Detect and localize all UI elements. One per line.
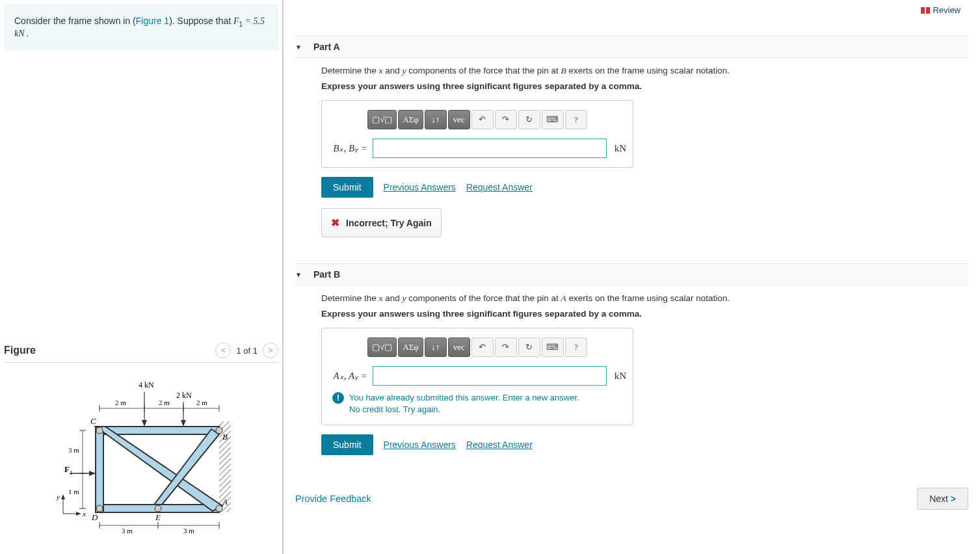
subsuper-button[interactable]: ↓↑ (425, 337, 447, 357)
svg-marker-32 (61, 494, 65, 499)
figure-link[interactable]: Figure 1 (136, 16, 169, 26)
svg-text:3 m: 3 m (183, 527, 194, 534)
problem-statement: Consider the frame shown in (Figure 1). … (4, 4, 278, 51)
svg-text:x: x (82, 510, 86, 518)
svg-point-9 (96, 505, 103, 512)
svg-text:F: F (64, 464, 70, 474)
part-b-title: Part B (313, 269, 340, 280)
figure-diagram: 4 kN 2 kN 2 m 2 m 2 m 3 m 1 m 3 m 3 m C … (4, 363, 278, 551)
svg-marker-34 (76, 512, 81, 516)
svg-text:3 m: 3 m (122, 527, 133, 534)
templates-button[interactable]: ▢√▢ (367, 110, 397, 129)
incorrect-icon: ✖ (331, 217, 339, 229)
svg-text:E: E (155, 512, 161, 522)
figure-prev-button[interactable]: < (215, 343, 231, 358)
svg-text:3 m: 3 m (68, 446, 79, 454)
keyboard-button[interactable]: ⌨ (542, 337, 564, 357)
svg-point-10 (155, 505, 161, 512)
part-b-prompt: Determine the x and y components of the … (321, 293, 942, 304)
part-b-submit-button[interactable]: Submit (321, 434, 373, 455)
templates-button[interactable]: ▢√▢ (367, 337, 397, 357)
svg-text:2 m: 2 m (196, 399, 207, 406)
svg-text:2 m: 2 m (159, 399, 170, 406)
part-a-var-label: Bₓ, Bᵧ = (328, 142, 367, 154)
svg-text:1 m: 1 m (68, 488, 79, 495)
part-a-feedback: ✖ Incorrect; Try Again (321, 208, 442, 237)
svg-text:2 m: 2 m (115, 399, 126, 406)
part-a-answer-box: ▢√▢ ΑΣφ ↓↑ vec ↶ ↷ ↻ ⌨ ? Bₓ, Bᵧ = kN (321, 100, 633, 168)
svg-text:4 kN: 4 kN (139, 380, 154, 389)
redo-button[interactable]: ↷ (495, 337, 517, 357)
svg-marker-13 (142, 420, 147, 427)
redo-button[interactable]: ↷ (495, 110, 517, 129)
symbols-button[interactable]: ΑΣφ (398, 337, 423, 357)
part-a-request-answer-link[interactable]: Request Answer (466, 182, 533, 192)
next-button[interactable]: Next > (917, 488, 968, 510)
book-icon (921, 7, 930, 14)
figure-title: Figure (4, 345, 36, 356)
svg-point-7 (96, 427, 103, 434)
figure-counter: 1 of 1 (236, 346, 258, 356)
svg-marker-22 (89, 471, 96, 476)
part-b-header[interactable]: ▼ Part B (295, 263, 968, 285)
keyboard-button[interactable]: ⌨ (542, 110, 564, 129)
collapse-icon: ▼ (295, 44, 302, 51)
part-b-previous-answers-link[interactable]: Previous Answers (384, 440, 456, 450)
undo-button[interactable]: ↶ (471, 337, 494, 357)
symbols-button[interactable]: ΑΣφ (398, 110, 423, 129)
part-b-unit: kN (612, 371, 626, 382)
vector-button[interactable]: vec (448, 337, 470, 357)
svg-point-8 (216, 427, 222, 434)
svg-point-11 (216, 505, 222, 512)
part-b-answer-box: ▢√▢ ΑΣφ ↓↑ vec ↶ ↷ ↻ ⌨ ? Aₓ, Aᵧ = kN (321, 328, 633, 425)
svg-text:y: y (56, 493, 60, 501)
part-a-previous-answers-link[interactable]: Previous Answers (384, 182, 456, 192)
provide-feedback-link[interactable]: Provide Feedback (295, 494, 371, 504)
figure-next-button[interactable]: > (263, 343, 278, 358)
problem-text: Consider the frame shown in ( (14, 16, 136, 26)
undo-button[interactable]: ↶ (471, 110, 494, 129)
svg-marker-4 (96, 427, 103, 512)
part-b-request-answer-link[interactable]: Request Answer (466, 440, 533, 450)
part-a-title: Part A (313, 42, 340, 52)
part-a-unit: kN (612, 143, 626, 154)
part-a-instruction: Express your answers using three signifi… (321, 81, 942, 91)
part-b-answer-input[interactable] (373, 366, 607, 386)
subsuper-button[interactable]: ↓↑ (425, 110, 447, 129)
part-a-submit-button[interactable]: Submit (321, 177, 373, 198)
svg-text:A: A (222, 497, 228, 507)
vector-button[interactable]: vec (448, 110, 470, 129)
part-b-var-label: Aₓ, Aᵧ = (328, 370, 367, 382)
collapse-icon: ▼ (295, 271, 302, 278)
help-button[interactable]: ? (565, 110, 587, 129)
svg-text:C: C (90, 416, 96, 426)
svg-text:B: B (222, 432, 228, 442)
help-button[interactable]: ? (565, 337, 587, 357)
svg-text:D: D (91, 512, 98, 522)
svg-marker-15 (181, 420, 186, 427)
review-link[interactable]: Review (921, 5, 960, 15)
svg-text:2 kN: 2 kN (176, 391, 192, 400)
reset-button[interactable]: ↻ (518, 110, 540, 129)
part-b-instruction: Express your answers using three signifi… (321, 309, 942, 319)
info-icon: ! (332, 392, 344, 404)
reset-button[interactable]: ↻ (518, 337, 540, 357)
svg-text:1: 1 (70, 469, 73, 476)
part-a-prompt: Determine the x and y components of the … (321, 66, 942, 76)
part-b-inline-message: ! You have already submitted this answer… (328, 392, 626, 415)
part-a-answer-input[interactable] (373, 138, 607, 158)
part-a-header[interactable]: ▼ Part A (295, 36, 968, 58)
